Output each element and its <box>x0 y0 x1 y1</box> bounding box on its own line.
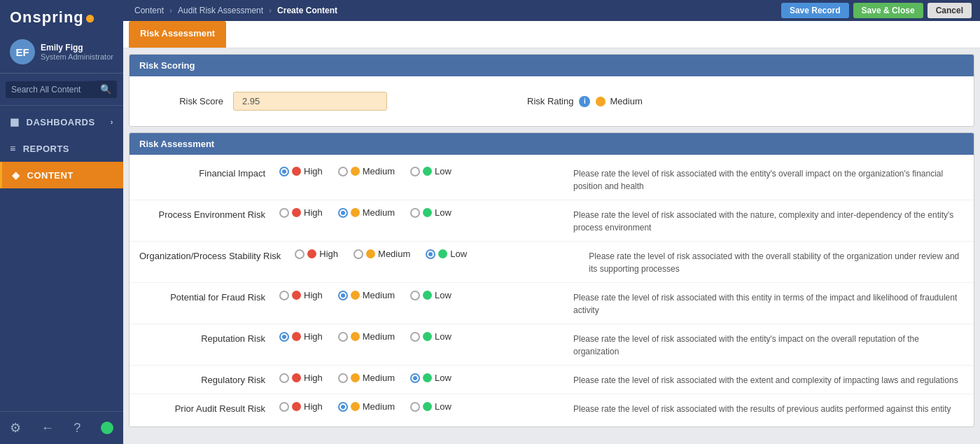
radio-low[interactable]: Low <box>410 166 451 176</box>
sidebar-bottom: ⚙ ← ? <box>0 411 123 444</box>
radio-input-high[interactable] <box>295 249 304 259</box>
high-label: High <box>304 166 323 176</box>
radio-low[interactable]: Low <box>410 373 451 383</box>
radio-low[interactable]: Low <box>410 401 451 412</box>
radio-low[interactable]: Low <box>426 249 467 259</box>
risk-row-description: Please rate the level of risk associated… <box>573 331 964 358</box>
search-container: 🔍 <box>0 74 123 106</box>
radio-input-medium[interactable] <box>338 332 348 342</box>
radio-input-high[interactable] <box>279 332 289 342</box>
breadcrumb-part1: Content <box>134 6 164 15</box>
radio-input-medium[interactable] <box>338 402 348 412</box>
radio-high[interactable]: High <box>279 166 323 176</box>
medium-label: Medium <box>363 207 395 218</box>
radio-low[interactable]: Low <box>410 207 451 218</box>
risk-row-description: Please rate the level of risk associated… <box>573 373 964 387</box>
sidebar-item-dashboards[interactable]: ▦ DASHBOARDS › <box>0 109 123 135</box>
radio-input-high[interactable] <box>279 208 289 218</box>
topbar-actions: Save Record Save & Close Cancel <box>781 3 972 18</box>
medium-label: Medium <box>363 373 395 383</box>
radio-medium[interactable]: Medium <box>354 249 410 259</box>
medium-label: Medium <box>363 166 395 176</box>
main-content: Content › Audit Risk Assessment › Create… <box>123 0 980 444</box>
radio-medium[interactable]: Medium <box>338 207 395 218</box>
high-dot <box>292 208 301 217</box>
radio-input-low[interactable] <box>410 167 420 176</box>
risk-row: Process Environment Risk High Medium Low… <box>130 200 974 242</box>
radio-input-low[interactable] <box>410 332 420 342</box>
radio-medium[interactable]: Medium <box>338 373 395 383</box>
sidebar-item-reports[interactable]: ≡ REPORTS <box>0 135 123 162</box>
radio-input-medium[interactable] <box>338 208 348 218</box>
content-area: Risk Assessment Risk Scoring Risk Score … <box>123 21 980 444</box>
info-icon[interactable]: i <box>579 96 590 107</box>
breadcrumb-current: Create Content <box>277 6 337 15</box>
radio-input-low[interactable] <box>410 373 420 383</box>
sidebar-item-label-dashboards: DASHBOARDS <box>27 117 95 127</box>
radio-medium[interactable]: Medium <box>338 166 395 176</box>
user-info: Emily Figg System Administrator <box>41 43 113 61</box>
radio-input-high[interactable] <box>279 373 289 383</box>
low-dot <box>423 402 432 411</box>
high-label: High <box>304 373 323 383</box>
radio-input-low[interactable] <box>426 249 435 259</box>
help-icon[interactable]: ? <box>74 421 80 436</box>
tab-risk-assessment[interactable]: Risk Assessment <box>129 21 226 48</box>
radio-high[interactable]: High <box>279 207 323 218</box>
radio-input-low[interactable] <box>410 291 420 300</box>
risk-assessment-header: Risk Assessment <box>130 133 974 155</box>
radio-high[interactable]: High <box>279 290 323 300</box>
radio-input-medium[interactable] <box>338 373 348 383</box>
radio-low[interactable]: Low <box>410 290 451 300</box>
risk-row-label: Reputation Risk <box>139 331 279 345</box>
low-dot <box>423 373 432 382</box>
cancel-button[interactable]: Cancel <box>927 3 972 18</box>
radio-medium[interactable]: Medium <box>338 401 395 412</box>
logo-text: Onspring <box>10 8 84 27</box>
save-record-button[interactable]: Save Record <box>781 3 849 18</box>
low-label: Low <box>435 290 451 300</box>
medium-label: Medium <box>363 331 395 342</box>
search-input[interactable] <box>6 81 97 98</box>
sidebar: Onspring● EF Emily Figg System Administr… <box>0 0 123 444</box>
save-close-button[interactable]: Save & Close <box>853 3 923 18</box>
radio-input-medium[interactable] <box>354 249 363 259</box>
radio-medium[interactable]: Medium <box>338 331 395 342</box>
radio-input-high[interactable] <box>279 291 289 300</box>
radio-input-medium[interactable] <box>338 291 348 300</box>
logo-dot: ● <box>85 8 96 27</box>
high-dot <box>292 167 301 176</box>
reports-icon: ≡ <box>10 143 16 154</box>
sidebar-item-content[interactable]: ◈ CONTENT <box>0 162 123 188</box>
back-icon[interactable]: ← <box>41 421 54 436</box>
risk-row-label: Organization/Process Stability Risk <box>139 249 295 263</box>
risk-row: Financial Impact High Medium Low Please … <box>130 159 974 200</box>
radio-high[interactable]: High <box>279 331 323 342</box>
radio-low[interactable]: Low <box>410 331 451 342</box>
radio-high[interactable]: High <box>295 249 338 259</box>
risk-row: Regulatory Risk High Medium Low Please r… <box>130 366 974 394</box>
radio-high[interactable]: High <box>279 373 323 383</box>
radio-input-low[interactable] <box>410 208 420 218</box>
high-label: High <box>304 290 323 300</box>
search-button[interactable]: 🔍 <box>95 81 117 98</box>
risk-row-description: Please rate the level of risk associated… <box>573 207 964 234</box>
breadcrumb-sep1: › <box>169 6 172 15</box>
tabs-bar: Risk Assessment <box>123 21 980 48</box>
sidebar-item-label-reports: REPORTS <box>23 144 69 154</box>
radio-input-low[interactable] <box>410 402 420 412</box>
radio-input-high[interactable] <box>279 402 289 412</box>
radio-medium[interactable]: Medium <box>338 290 395 300</box>
medium-dot <box>351 332 360 341</box>
radio-high[interactable]: High <box>279 401 323 412</box>
high-label: High <box>304 401 323 412</box>
risk-row: Organization/Process Stability Risk High… <box>130 242 974 283</box>
settings-icon[interactable]: ⚙ <box>10 420 21 436</box>
radio-input-medium[interactable] <box>338 167 348 176</box>
risk-row-options: High Medium Low <box>279 166 573 176</box>
risk-row-label: Process Environment Risk <box>139 207 279 221</box>
user-profile[interactable]: EF Emily Figg System Administrator <box>0 34 123 74</box>
content-icon: ◈ <box>12 169 20 181</box>
medium-dot <box>351 291 360 300</box>
radio-input-high[interactable] <box>279 167 289 176</box>
